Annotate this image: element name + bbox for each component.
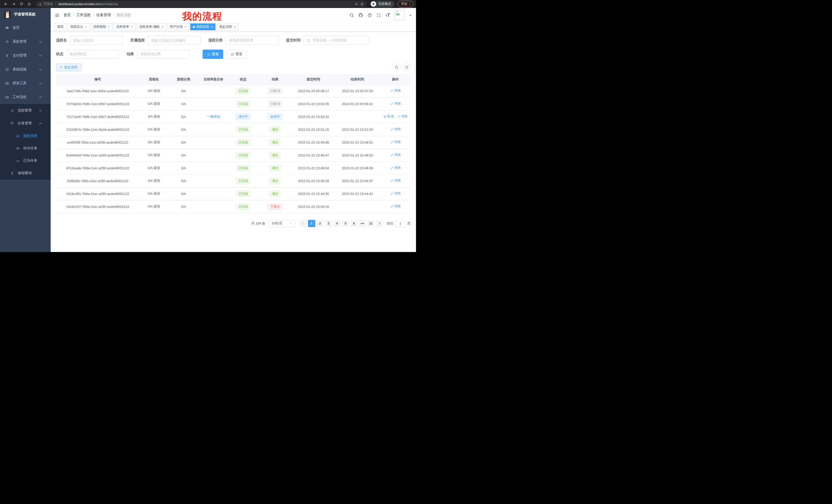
- refresh-table-button[interactable]: [403, 63, 411, 71]
- detail-link[interactable]: 详情: [390, 204, 400, 208]
- cell-result: 通过: [258, 136, 292, 149]
- sidebar-item-done-task[interactable]: 已办任务: [0, 155, 51, 167]
- breadcrumb-item[interactable]: 任务管理: [97, 13, 111, 18]
- table-row[interactable]: 7470a810-7b9b-11ec-b5b7-acde48001122 OA …: [56, 97, 411, 110]
- detail-link[interactable]: 详情: [390, 89, 400, 93]
- table-row[interactable]: 331bc281-7b9a-11ec-a290-acde48001122 OA …: [56, 187, 411, 200]
- gear-icon: [5, 40, 9, 44]
- github-icon[interactable]: [358, 13, 363, 18]
- prev-page-button[interactable]: [300, 220, 307, 227]
- close-icon[interactable]: ×: [234, 25, 236, 29]
- close-icon[interactable]: ×: [131, 25, 133, 29]
- bookmark-star-icon[interactable]: [360, 2, 364, 6]
- sidebar-item-infra[interactable]: 基础设施: [0, 62, 51, 76]
- close-icon[interactable]: ×: [185, 25, 187, 29]
- sidebar-item-devtools[interactable]: 研发工具: [0, 76, 51, 90]
- process-definition-input[interactable]: [148, 36, 201, 45]
- table-row[interactable]: 3ad174fb-7b9d-11ec-8404-acde48001122 OA …: [56, 85, 411, 97]
- cell-status: 已完成: [228, 149, 258, 162]
- font-size-icon[interactable]: TT: [385, 13, 390, 18]
- sidebar-item-home[interactable]: 首页: [0, 21, 51, 35]
- detail-link[interactable]: 详情: [390, 140, 400, 144]
- page-button-3[interactable]: 3: [325, 220, 332, 227]
- tab-process-form[interactable]: 流程表单 ×: [114, 23, 135, 30]
- goto-page-input[interactable]: [395, 220, 406, 227]
- close-icon[interactable]: ×: [161, 25, 163, 29]
- tab-home[interactable]: 首页: [55, 23, 66, 30]
- sidebar-item-process-manage[interactable]: 流程管理: [0, 104, 51, 117]
- chevron-down-icon: [38, 109, 43, 113]
- submit-time-daterange[interactable]: 开始日期-结束日期: [304, 36, 368, 45]
- result-select[interactable]: 请选择流结果: [137, 50, 190, 59]
- table-row[interactable]: 52ffd28e-7b9a-11ec-a290-acde48001122 OA …: [56, 174, 411, 187]
- detail-link[interactable]: 详情: [397, 114, 408, 119]
- sidebar-item-task-manage[interactable]: 任务管理: [0, 117, 51, 130]
- sidebar-item-todo-task[interactable]: 待办任务: [0, 142, 51, 155]
- close-icon[interactable]: ×: [85, 25, 87, 29]
- page-button-11[interactable]: 11: [367, 220, 374, 227]
- update-button[interactable]: 更新: [397, 1, 413, 7]
- detail-link[interactable]: 详情: [390, 178, 400, 183]
- sidebar-fold-icon[interactable]: [55, 13, 60, 18]
- browser-home-icon[interactable]: [26, 1, 32, 7]
- table-row[interactable]: 03c6c157-7b9a-11ec-a290-acde48001122 OA …: [56, 200, 411, 213]
- tab-process-definition[interactable]: 流程定义 ×: [68, 23, 89, 30]
- tab-start-process[interactable]: 发起流程 ×: [217, 23, 239, 30]
- sidebar-item-system[interactable]: 系统管理: [0, 35, 51, 49]
- detail-link[interactable]: 详情: [390, 153, 400, 157]
- breadcrumb-item[interactable]: 首页: [63, 13, 71, 18]
- status-badge: 已完成: [236, 101, 251, 107]
- cell-result: 处理中: [258, 110, 292, 123]
- app-logo[interactable]: 芋道管理系统: [0, 8, 51, 21]
- reset-button[interactable]: 重置: [226, 50, 247, 59]
- close-icon[interactable]: ×: [108, 25, 110, 29]
- page-button-5[interactable]: 5: [342, 220, 349, 227]
- page-button-2[interactable]: 2: [316, 220, 324, 227]
- more-pages-button[interactable]: •••: [359, 220, 366, 227]
- page-button-6[interactable]: 6: [350, 220, 358, 227]
- search-icon[interactable]: [349, 13, 354, 18]
- sidebar-item-payment[interactable]: 支付管理: [0, 49, 51, 62]
- current-task-link[interactable]: 一级审批: [207, 115, 220, 118]
- page-size-select[interactable]: 10条/页: [269, 220, 295, 227]
- tree-list-icon: [10, 109, 14, 113]
- browser-forward-icon[interactable]: [10, 1, 17, 7]
- sidebar-item-workflow[interactable]: 工作流程: [0, 90, 51, 104]
- table-row[interactable]: ec45f38f-7b9a-11ec-b03b-acde48001122 OA …: [56, 136, 411, 149]
- search-button[interactable]: 搜索: [203, 50, 223, 59]
- create-process-button[interactable]: 发起流程: [56, 63, 81, 71]
- show-search-button[interactable]: [393, 63, 400, 71]
- tab-process-model[interactable]: 流程模型 ×: [91, 23, 113, 30]
- process-name-input[interactable]: [70, 36, 123, 45]
- sidebar-item-my-process[interactable]: 我的流程: [0, 130, 51, 142]
- detail-link[interactable]: 详情: [390, 127, 400, 132]
- password-key-icon[interactable]: [355, 2, 358, 6]
- process-category-select[interactable]: 请选择流程分类: [226, 36, 279, 45]
- breadcrumb-item[interactable]: 工作流程: [76, 13, 91, 18]
- browser-reload-icon[interactable]: [18, 1, 25, 7]
- page-button-1[interactable]: 1: [308, 220, 315, 227]
- fullscreen-icon[interactable]: [376, 13, 381, 18]
- page-button-4[interactable]: 4: [334, 220, 341, 227]
- tab-process-form-edit[interactable]: 流程表单-编辑 ×: [137, 23, 166, 30]
- table-row[interactable]: 67c2eaab-7b9a-11ec-a290-acde48001122 OA …: [56, 162, 411, 174]
- tab-user-group[interactable]: 用户分组 ×: [167, 23, 189, 30]
- detail-link[interactable]: 详情: [390, 102, 400, 106]
- status-select[interactable]: 请选择状态: [66, 50, 119, 59]
- next-page-button[interactable]: [376, 220, 383, 227]
- detail-link[interactable]: 详情: [390, 166, 400, 170]
- help-icon[interactable]: [367, 13, 372, 18]
- tab-my-process[interactable]: 我的流程 ×: [190, 23, 215, 30]
- table-row[interactable]: 7317cec6-7b9b-11ec-b5b7-acde48001122 OA …: [56, 110, 411, 123]
- avatar[interactable]: [394, 10, 405, 20]
- detail-link[interactable]: 详情: [390, 191, 400, 196]
- sidebar-item-leave-query[interactable]: 请假查询: [0, 167, 51, 179]
- avatar-caret-down-icon[interactable]: [409, 14, 412, 17]
- address-bar[interactable]: 不安全 dashboard.yudao.iocoder.cn/bpm/task/…: [35, 1, 367, 7]
- browser-menu-dots-icon[interactable]: [408, 2, 412, 6]
- table-row[interactable]: 819442e8-7b9a-11ec-a290-acde48001122 OA …: [56, 149, 411, 162]
- close-icon[interactable]: ×: [211, 25, 213, 29]
- cancel-link[interactable]: 取消: [383, 114, 394, 119]
- browser-back-icon[interactable]: [3, 1, 9, 7]
- table-row[interactable]: 2152467e-7b9b-11ec-9a1b-acde48001122 OA …: [56, 123, 411, 136]
